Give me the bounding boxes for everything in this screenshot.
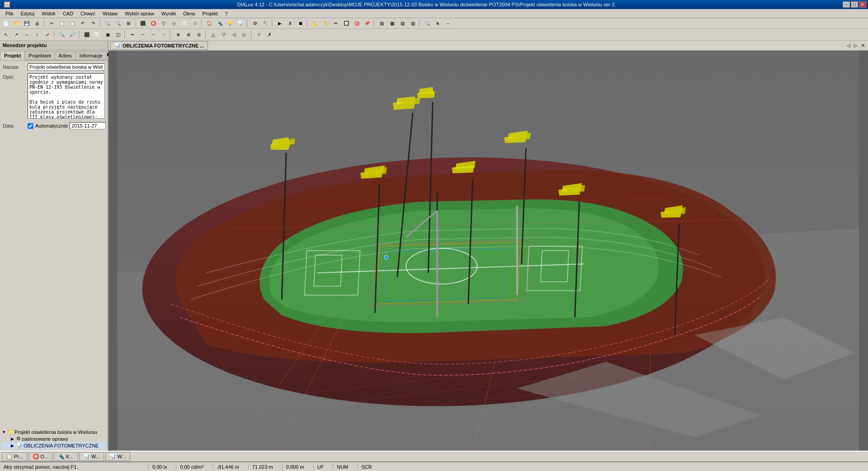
tb-c1[interactable]: 🏠 bbox=[204, 19, 214, 28]
tb2-b2[interactable]: 🔎 bbox=[67, 30, 77, 39]
tb2-a1[interactable]: ↖ bbox=[1, 30, 11, 39]
tb2-e2[interactable]: ⊗ bbox=[184, 30, 193, 39]
tb2-g2[interactable]: ✗ bbox=[264, 30, 274, 39]
tb-open[interactable]: 📂 bbox=[11, 19, 21, 28]
tb-cut[interactable]: ✂ bbox=[47, 19, 57, 28]
auto-checkbox[interactable] bbox=[28, 123, 33, 129]
tb-b3[interactable]: ▽ bbox=[159, 19, 169, 28]
task-btn-4[interactable]: 📊 W... bbox=[79, 452, 104, 461]
tb-h2[interactable]: 🖱 bbox=[433, 19, 443, 28]
tb-e1[interactable]: ▶ bbox=[275, 19, 285, 28]
toolbar-2: ↖ ↗ ↔ ↕ ⤢ 🔍 🔎 ⬛ ⬜ ▣ ◫ ━ ─ ┄ ┈ ⊕ ⊗ ⊘ △ ▽ … bbox=[0, 29, 868, 41]
tb-d1[interactable]: ⚙ bbox=[250, 19, 260, 28]
tb-f5[interactable]: 🎯 bbox=[352, 19, 362, 28]
tree-root-item[interactable]: ▼ 📁 Projekt oświetlenia boiska w Wieluni… bbox=[2, 428, 106, 435]
tb2-a5[interactable]: ⤢ bbox=[42, 30, 52, 39]
tb2-c1[interactable]: ⬛ bbox=[82, 30, 92, 39]
tb2-f4[interactable]: ▷ bbox=[240, 30, 250, 39]
tb2-e3[interactable]: ⊘ bbox=[194, 30, 204, 39]
task-btn-5[interactable]: 📊 W... bbox=[105, 452, 130, 461]
tb2-b1[interactable]: 🔍 bbox=[57, 30, 67, 39]
opis-textarea[interactable]: Projekt wykonany został zgodnie z wymaga… bbox=[28, 73, 105, 119]
tb2-f1[interactable]: △ bbox=[208, 30, 218, 39]
menu-widok[interactable]: Widok bbox=[38, 10, 59, 17]
tb-f3[interactable]: ✏ bbox=[331, 19, 341, 28]
tb-c4[interactable]: 📊 bbox=[236, 19, 245, 28]
tb-d2[interactable]: 🔧 bbox=[260, 19, 270, 28]
menu-wyniki[interactable]: Wyniki bbox=[158, 10, 179, 17]
menu-wstaw[interactable]: Wstaw bbox=[99, 10, 121, 17]
tb-e2[interactable]: ⏸ bbox=[285, 19, 295, 28]
tb-f6[interactable]: 📌 bbox=[362, 19, 372, 28]
menu-projekt[interactable]: Projekt bbox=[198, 10, 221, 17]
view-close-btn[interactable]: ✕ bbox=[860, 43, 866, 48]
close-button[interactable]: ✕ bbox=[859, 1, 866, 8]
date-input[interactable] bbox=[70, 122, 106, 129]
view-tab-main[interactable]: 📊 OBLICZENIA FOTOMETRYCZNE ... bbox=[110, 41, 208, 50]
tb-g2[interactable]: ▦ bbox=[387, 19, 397, 28]
task-btn-3[interactable]: 🔦 K... bbox=[54, 452, 78, 461]
tb-h1[interactable]: 🔍 bbox=[422, 19, 432, 28]
menu-wybor[interactable]: Wybór opraw bbox=[121, 10, 158, 17]
menu-okna[interactable]: Okna bbox=[179, 10, 198, 17]
tb-e3[interactable]: ⏹ bbox=[296, 19, 306, 28]
view-next-btn[interactable]: ▷ bbox=[853, 43, 859, 48]
tab-informacje[interactable]: Informacje bbox=[75, 51, 107, 60]
tree-item-obliczenia[interactable]: ▶ 📊 OBLICZENIA FOTOMETRYCZNE bbox=[2, 442, 106, 449]
task-btn-2[interactable]: ⭕ O... bbox=[28, 452, 53, 461]
minimize-button[interactable]: – bbox=[843, 1, 850, 8]
tb-b1[interactable]: ⬛ bbox=[138, 19, 148, 28]
maximize-button[interactable]: □ bbox=[851, 1, 858, 8]
tab-adres[interactable]: Adres bbox=[55, 51, 76, 60]
view-canvas[interactable] bbox=[108, 51, 868, 451]
tb-b4[interactable]: ◇ bbox=[169, 19, 179, 28]
tb-g3[interactable]: ▧ bbox=[397, 19, 407, 28]
tb-b5[interactable]: ⬜ bbox=[179, 19, 189, 28]
tb-f1[interactable]: 📐 bbox=[310, 19, 320, 28]
tb2-c2[interactable]: ⬜ bbox=[92, 30, 102, 39]
tab-projektant[interactable]: Projektant bbox=[24, 51, 55, 60]
tb-g4[interactable]: ▨ bbox=[408, 19, 418, 28]
tb-undo[interactable]: ↶ bbox=[78, 19, 88, 28]
tb2-d3[interactable]: ┄ bbox=[148, 30, 158, 39]
tb2-d2[interactable]: ─ bbox=[138, 30, 148, 39]
tb2-f3[interactable]: ◁ bbox=[229, 30, 239, 39]
tb2-a3[interactable]: ↔ bbox=[22, 30, 32, 39]
tb-zoomin[interactable]: 🔍 bbox=[103, 19, 113, 28]
tb-redo[interactable]: ↷ bbox=[88, 19, 98, 28]
tb-paste[interactable]: 📋 bbox=[67, 19, 77, 28]
menu-edytuj[interactable]: Edytuj bbox=[17, 10, 38, 17]
menu-chwyt[interactable]: Chwyć bbox=[77, 10, 99, 17]
view-prev-btn[interactable]: ◁ bbox=[845, 43, 852, 48]
tb2-a2[interactable]: ↗ bbox=[11, 30, 21, 39]
task-btn-1[interactable]: 📋 Pr... bbox=[2, 452, 27, 461]
tb-print[interactable]: 🖨 bbox=[32, 19, 42, 28]
tb2-c4[interactable]: ◫ bbox=[113, 30, 123, 39]
tb2-e1[interactable]: ⊕ bbox=[173, 30, 183, 39]
tb-save[interactable]: 💾 bbox=[22, 19, 32, 28]
tb-f4[interactable]: 🔲 bbox=[341, 19, 351, 28]
tb2-d1[interactable]: ━ bbox=[127, 30, 137, 39]
tb2-a4[interactable]: ↕ bbox=[32, 30, 42, 39]
nazwa-input[interactable] bbox=[28, 63, 105, 71]
tb-c2[interactable]: 🔦 bbox=[215, 19, 225, 28]
tb-g1[interactable]: ▤ bbox=[377, 19, 387, 28]
tb-zoomfit[interactable]: ⊞ bbox=[123, 19, 133, 28]
tb2-c3[interactable]: ▣ bbox=[103, 30, 113, 39]
tb2-g1[interactable]: ✓ bbox=[254, 30, 264, 39]
tb-h3[interactable]: ↔ bbox=[443, 19, 453, 28]
menu-help[interactable]: ? bbox=[222, 10, 231, 17]
tb2-f2[interactable]: ▽ bbox=[219, 30, 229, 39]
tb-b6[interactable]: ☆ bbox=[190, 19, 200, 28]
tb-f2[interactable]: 📏 bbox=[321, 19, 330, 28]
tb-b2[interactable]: ⭕ bbox=[148, 19, 158, 28]
tree-item-zastosowane[interactable]: ▶ ⚙ zastosowane oprawy bbox=[2, 435, 106, 442]
tb-zoomout[interactable]: 🔍 bbox=[113, 19, 123, 28]
tb-new[interactable]: 📄 bbox=[1, 19, 11, 28]
tab-projekt[interactable]: Projekt bbox=[0, 51, 25, 60]
tb-copy[interactable]: 📋 bbox=[57, 19, 67, 28]
menu-cad[interactable]: CAD bbox=[59, 10, 77, 17]
menu-plik[interactable]: Plik bbox=[2, 10, 17, 17]
tb2-d4[interactable]: ┈ bbox=[159, 30, 169, 39]
tb-c3[interactable]: 💡 bbox=[225, 19, 235, 28]
